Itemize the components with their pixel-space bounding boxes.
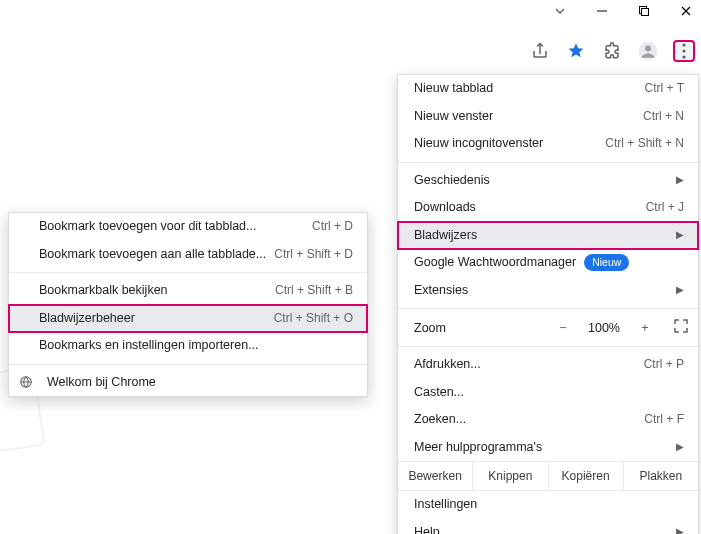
menu-item-label: Nieuw incognitovenster <box>414 135 543 153</box>
menu-item-label: Zoeken... <box>414 411 466 429</box>
zoom-out-button[interactable]: − <box>552 321 574 335</box>
share-icon[interactable] <box>529 40 551 62</box>
svg-point-4 <box>645 46 651 52</box>
svg-point-6 <box>682 49 685 52</box>
minimize-icon[interactable] <box>593 2 611 20</box>
zoom-in-button[interactable]: + <box>634 321 656 335</box>
new-badge: Nieuw <box>584 254 629 271</box>
menu-item-shortcut: Ctrl + P <box>644 356 684 373</box>
menu-item-label: Bladwijzerbeheer <box>39 310 135 328</box>
menu-item-settings[interactable]: Instellingen <box>398 491 698 519</box>
menu-item-label: Nieuw venster <box>414 108 493 126</box>
menu-item-shortcut: Ctrl + N <box>643 108 684 125</box>
menu-separator <box>9 272 367 273</box>
bookmarks-submenu: Bookmark toevoegen voor dit tabblad... C… <box>8 212 368 397</box>
extensions-icon[interactable] <box>601 40 623 62</box>
menu-zoom-row: Zoom − 100% + <box>398 313 698 342</box>
menu-item-label: Bookmark toevoegen voor dit tabblad... <box>39 218 257 236</box>
menu-edit-row: Bewerken Knippen Kopiëren Plakken <box>398 461 698 491</box>
menu-item-new-incognito[interactable]: Nieuw incognitovenster Ctrl + Shift + N <box>398 130 698 158</box>
menu-item-shortcut: Ctrl + Shift + B <box>275 282 353 299</box>
copy-button[interactable]: Kopiëren <box>548 462 623 490</box>
menu-separator <box>398 346 698 347</box>
menu-item-label: Extensies <box>414 282 468 300</box>
menu-item-text: Welkom bij Chrome <box>47 374 156 392</box>
menu-item-cast[interactable]: Casten... <box>398 379 698 407</box>
menu-item-label: Instellingen <box>414 496 477 514</box>
menu-item-more-tools[interactable]: Meer hulpprogramma's ▶ <box>398 434 698 462</box>
menu-item-text: Google Wachtwoordmanager <box>414 254 576 272</box>
menu-item-shortcut: Ctrl + Shift + D <box>274 246 353 263</box>
submenu-item-import-bookmarks[interactable]: Bookmarks en instellingen importeren... <box>9 332 367 360</box>
edit-label: Bewerken <box>398 462 472 490</box>
globe-icon <box>19 375 33 389</box>
menu-item-downloads[interactable]: Downloads Ctrl + J <box>398 194 698 222</box>
svg-point-7 <box>682 55 685 58</box>
menu-item-shortcut: Ctrl + D <box>312 218 353 235</box>
menu-item-shortcut: Ctrl + J <box>646 199 684 216</box>
fullscreen-icon[interactable] <box>674 319 688 336</box>
menu-item-help[interactable]: Help ▶ <box>398 519 698 535</box>
menu-item-shortcut: Ctrl + Shift + O <box>274 310 353 327</box>
submenu-item-bookmark-manager[interactable]: Bladwijzerbeheer Ctrl + Shift + O <box>9 305 367 333</box>
menu-item-label: Google Wachtwoordmanager Nieuw <box>414 254 629 272</box>
chrome-main-menu: Nieuw tabblad Ctrl + T Nieuw venster Ctr… <box>397 74 699 534</box>
profile-icon[interactable] <box>637 40 659 62</box>
menu-item-label: Bookmarkbalk bekijken <box>39 282 168 300</box>
menu-item-password-manager[interactable]: Google Wachtwoordmanager Nieuw <box>398 249 698 277</box>
menu-item-find[interactable]: Zoeken... Ctrl + F <box>398 406 698 434</box>
menu-item-label: Help <box>414 524 440 535</box>
menu-item-label: Bookmarks en instellingen importeren... <box>39 337 259 355</box>
menu-item-print[interactable]: Afdrukken... Ctrl + P <box>398 351 698 379</box>
menu-item-shortcut: Ctrl + Shift + N <box>605 135 684 152</box>
tab-dropdown-icon[interactable] <box>551 2 569 20</box>
menu-item-new-tab[interactable]: Nieuw tabblad Ctrl + T <box>398 75 698 103</box>
menu-item-label: Welkom bij Chrome <box>19 374 156 392</box>
svg-point-5 <box>682 43 685 46</box>
menu-item-label: Downloads <box>414 199 476 217</box>
zoom-label: Zoom <box>414 321 446 335</box>
menu-item-label: Meer hulpprogramma's <box>414 439 542 457</box>
zoom-value: 100% <box>582 321 626 335</box>
menu-item-label: Bladwijzers <box>414 227 477 245</box>
close-icon[interactable] <box>677 2 695 20</box>
submenu-item-welcome-chrome[interactable]: Welkom bij Chrome <box>9 369 367 397</box>
maximize-icon[interactable] <box>635 2 653 20</box>
submenu-item-bookmark-tab[interactable]: Bookmark toevoegen voor dit tabblad... C… <box>9 213 367 241</box>
paste-button[interactable]: Plakken <box>623 462 698 490</box>
menu-item-label: Afdrukken... <box>414 356 481 374</box>
menu-item-shortcut: Ctrl + T <box>645 80 684 97</box>
menu-item-history[interactable]: Geschiedenis ▶ <box>398 167 698 195</box>
toolbar <box>529 40 695 62</box>
menu-separator <box>398 308 698 309</box>
menu-item-shortcut: Ctrl + F <box>644 411 684 428</box>
menu-item-label: Nieuw tabblad <box>414 80 493 98</box>
menu-item-new-window[interactable]: Nieuw venster Ctrl + N <box>398 103 698 131</box>
menu-item-bookmarks[interactable]: Bladwijzers ▶ <box>398 222 698 250</box>
svg-rect-2 <box>642 9 649 16</box>
window-controls <box>551 2 695 20</box>
submenu-item-bookmark-all-tabs[interactable]: Bookmark toevoegen aan alle tabblade... … <box>9 241 367 269</box>
menu-item-extensions[interactable]: Extensies ▶ <box>398 277 698 305</box>
submenu-caret-icon: ▶ <box>676 525 684 534</box>
menu-item-label: Bookmark toevoegen aan alle tabblade... <box>39 246 266 264</box>
menu-separator <box>398 162 698 163</box>
chrome-menu-button[interactable] <box>673 40 695 62</box>
submenu-caret-icon: ▶ <box>676 173 684 187</box>
submenu-caret-icon: ▶ <box>676 228 684 242</box>
menu-item-label: Geschiedenis <box>414 172 490 190</box>
submenu-caret-icon: ▶ <box>676 440 684 454</box>
submenu-caret-icon: ▶ <box>676 283 684 297</box>
bookmark-star-icon[interactable] <box>565 40 587 62</box>
menu-separator <box>9 364 367 365</box>
menu-item-label: Casten... <box>414 384 464 402</box>
cut-button[interactable]: Knippen <box>472 462 547 490</box>
submenu-item-show-bookmarkbar[interactable]: Bookmarkbalk bekijken Ctrl + Shift + B <box>9 277 367 305</box>
